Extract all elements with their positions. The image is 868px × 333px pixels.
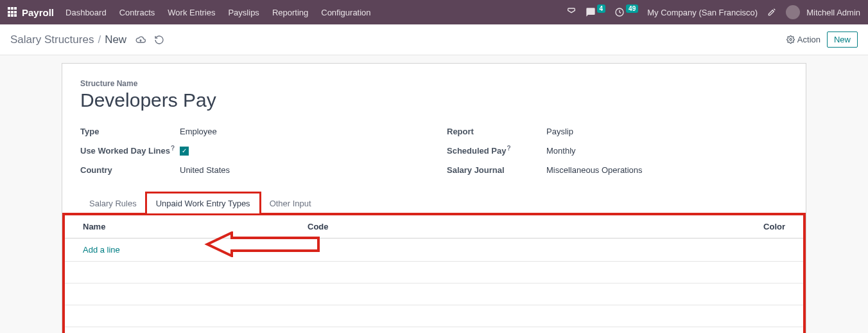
breadcrumb-parent[interactable]: Salary Structures [10, 33, 94, 46]
table-row [65, 327, 803, 333]
messages-badge: 4 [597, 4, 606, 13]
country-value[interactable]: United States [180, 165, 230, 175]
nav-payslips[interactable]: Payslips [228, 8, 259, 17]
table-row [65, 305, 803, 327]
table-row [65, 262, 803, 284]
avatar [786, 5, 800, 19]
report-label: Report [447, 127, 546, 136]
breadcrumb: Salary Structures / New [10, 33, 164, 46]
journal-value[interactable]: Miscellaneous Operations [546, 165, 643, 175]
table-row [65, 284, 803, 305]
country-label: Country [80, 165, 180, 175]
breadcrumb-current: New [105, 33, 126, 46]
activities-badge: 49 [626, 4, 638, 13]
tab-unpaid-work-entry-types[interactable]: Unpaid Work Entry Types [146, 193, 260, 214]
nav-dashboard[interactable]: Dashboard [65, 8, 107, 17]
svg-point-1 [790, 39, 792, 40]
company-selector[interactable]: My Company (San Francisco) [647, 8, 758, 17]
tools-icon[interactable] [767, 7, 777, 17]
nav-configuration[interactable]: Configuration [321, 8, 370, 17]
type-value[interactable]: Employee [180, 127, 217, 136]
apps-grid-icon[interactable] [8, 7, 18, 17]
user-name: Mitchell Admin [806, 8, 860, 17]
new-button[interactable]: New [827, 32, 858, 48]
type-label: Type [80, 127, 180, 136]
discard-icon[interactable] [154, 35, 164, 45]
structure-name-label: Structure Name [80, 79, 788, 88]
page-title[interactable]: Developers Pay [80, 89, 788, 111]
unpaid-table: Name Code Color Add a line [62, 213, 806, 333]
phone-icon[interactable] [566, 7, 577, 17]
journal-label: Salary Journal [447, 165, 546, 175]
messages-icon[interactable]: 4 [586, 7, 606, 17]
nav-contracts[interactable]: Contracts [119, 8, 155, 17]
sched-label: Scheduled Pay? [447, 145, 546, 156]
user-menu[interactable]: Mitchell Admin [786, 5, 860, 19]
col-code: Code [308, 222, 747, 231]
breadcrumb-sep: / [98, 33, 101, 46]
sched-value[interactable]: Monthly [546, 146, 576, 156]
add-a-line[interactable]: Add a line [83, 245, 120, 255]
col-color: Color [747, 222, 785, 231]
uwdl-label: Use Worked Day Lines? [80, 145, 180, 156]
report-value[interactable]: Payslip [546, 127, 573, 136]
tab-other-input[interactable]: Other Input [260, 193, 321, 214]
brand-title[interactable]: Payroll [22, 7, 54, 18]
nav-reporting[interactable]: Reporting [272, 8, 308, 17]
uwdl-checkbox[interactable]: ✓ [180, 145, 189, 156]
nav-work-entries[interactable]: Work Entries [168, 8, 215, 17]
activities-icon[interactable]: 49 [614, 7, 638, 17]
col-name: Name [83, 222, 308, 231]
tab-salary-rules[interactable]: Salary Rules [80, 193, 146, 214]
cloud-save-icon[interactable] [135, 35, 146, 45]
action-menu[interactable]: Action [786, 35, 820, 44]
